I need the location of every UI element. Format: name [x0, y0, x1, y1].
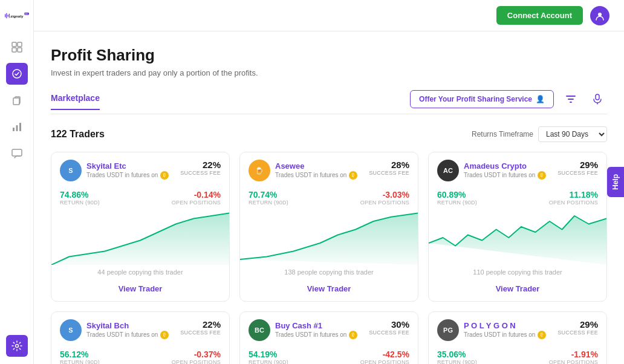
- trader-card: S Skyital Bch Trades USDT in futures on …: [51, 311, 230, 364]
- card-header: 🍺 Asewee Trades USDT in futures on ₿ 28%…: [240, 152, 418, 186]
- card-chart: [51, 210, 229, 265]
- card-chart: [429, 210, 606, 265]
- trader-avatar: AC: [437, 160, 459, 181]
- card-stats: 35.06% RETURN (90D) -1.91% OPEN POSITION…: [429, 346, 606, 364]
- svg-rect-3: [8, 13, 9, 18]
- return-label: RETURN (90D): [249, 359, 288, 364]
- sidebar-item-copy[interactable]: [6, 89, 28, 111]
- svg-rect-19: [596, 94, 599, 100]
- offer-service-button[interactable]: Offer Your Profit Sharing Service 👤: [410, 90, 554, 108]
- open-pos-label: OPEN POSITIONS: [172, 359, 221, 364]
- help-button[interactable]: Help: [607, 167, 624, 197]
- view-trader-link[interactable]: View Trader: [119, 284, 163, 293]
- trader-name: Skyital Etc: [86, 161, 169, 171]
- tab-marketplace[interactable]: Marketplace: [51, 93, 100, 110]
- trader-name-block: Asewee Trades USDT in futures on ₿: [275, 161, 357, 180]
- trader-info: PG P O L Y G O N Trades USDT in futures …: [437, 319, 546, 341]
- return-value: 56.12%: [60, 349, 100, 359]
- card-stats: 74.86% RETURN (90D) -0.14% OPEN POSITION…: [51, 186, 229, 210]
- trader-desc: Trades USDT in futures on ₿: [464, 331, 546, 339]
- view-trader-button[interactable]: View Trader: [429, 278, 606, 301]
- open-pos-stat: -42.5% OPEN POSITIONS: [360, 349, 409, 364]
- card-chart: [240, 210, 418, 265]
- return-label: RETURN (90D): [60, 359, 100, 364]
- sidebar-item-dashboard[interactable]: [6, 36, 28, 58]
- mic-icon[interactable]: [588, 89, 607, 109]
- fee-block: 22% SUCCESS FEE: [180, 319, 221, 336]
- svg-point-18: [598, 13, 602, 16]
- connect-account-button[interactable]: Connect Account: [496, 6, 583, 25]
- sidebar-item-settings[interactable]: [6, 335, 28, 357]
- trader-desc: Trades USDT in futures on ₿: [86, 171, 169, 180]
- card-header: S Skyital Bch Trades USDT in futures on …: [51, 312, 229, 346]
- svg-rect-13: [13, 128, 15, 131]
- fee-label: SUCCESS FEE: [557, 170, 598, 176]
- view-trader-link[interactable]: View Trader: [496, 284, 540, 293]
- fee-label: SUCCESS FEE: [180, 170, 221, 176]
- open-pos-stat: -0.37% OPEN POSITIONS: [172, 349, 221, 364]
- open-pos-label: OPEN POSITIONS: [549, 200, 598, 206]
- open-pos-value: 11.18%: [549, 190, 598, 200]
- card-stats: 54.19% RETURN (90D) -42.5% OPEN POSITION…: [240, 346, 418, 364]
- fee-block: 29% SUCCESS FEE: [557, 160, 598, 176]
- trader-info: S Skyital Etc Trades USDT in futures on …: [60, 160, 169, 181]
- user-menu[interactable]: [590, 6, 609, 25]
- open-pos-label: OPEN POSITIONS: [549, 359, 598, 364]
- return-stat: 35.06% RETURN (90D): [437, 349, 477, 364]
- view-trader-link[interactable]: View Trader: [307, 284, 351, 293]
- return-stat: 56.12% RETURN (90D): [60, 349, 100, 364]
- fee-label: SUCCESS FEE: [369, 330, 409, 336]
- trader-info: AC Amadeus Crypto Trades USDT in futures…: [437, 160, 546, 181]
- sidebar-item-profit[interactable]: [6, 63, 28, 85]
- timeframe-select[interactable]: Last 90 Days Last 30 Days Last 6 Months …: [538, 126, 607, 142]
- open-pos-stat: -0.14% OPEN POSITIONS: [172, 190, 221, 206]
- sidebar: zignaly beta: [0, 0, 34, 364]
- svg-rect-14: [16, 125, 18, 131]
- fee-block: 29% SUCCESS FEE: [557, 319, 598, 336]
- svg-rect-7: [12, 42, 16, 47]
- trader-name: Buy Cash #1: [275, 321, 357, 331]
- view-trader-button[interactable]: View Trader: [51, 278, 229, 301]
- trader-name-block: Skyital Etc Trades USDT in futures on ₿: [86, 161, 169, 180]
- trader-name-block: Buy Cash #1 Trades USDT in futures on ₿: [275, 321, 357, 339]
- return-label: RETURN (90D): [249, 200, 288, 206]
- trader-name: Asewee: [275, 161, 357, 171]
- copy-count: 44 people copying this trader: [51, 265, 229, 278]
- filter-icon[interactable]: [561, 89, 580, 109]
- sidebar-item-analytics[interactable]: [6, 116, 28, 138]
- svg-rect-1: [6, 13, 7, 19]
- open-pos-label: OPEN POSITIONS: [360, 200, 409, 206]
- trader-avatar: 🍺: [249, 160, 270, 181]
- exchange-icon: ₿: [160, 171, 169, 180]
- trader-avatar: BC: [249, 319, 270, 341]
- fee-label: SUCCESS FEE: [557, 330, 598, 336]
- trader-info: S Skyital Bch Trades USDT in futures on …: [60, 319, 169, 341]
- page-subtitle: Invest in expert traders and pay only a …: [51, 68, 607, 77]
- svg-rect-10: [18, 48, 22, 52]
- trader-card: AC Amadeus Crypto Trades USDT in futures…: [428, 152, 607, 302]
- return-stat: 74.86% RETURN (90D): [60, 190, 100, 206]
- exchange-icon: ₿: [160, 331, 169, 339]
- open-pos-stat: 11.18% OPEN POSITIONS: [549, 190, 598, 206]
- exchange-icon: ₿: [349, 331, 357, 339]
- return-value: 54.19%: [249, 349, 288, 359]
- card-header: AC Amadeus Crypto Trades USDT in futures…: [429, 152, 606, 186]
- open-pos-value: -0.37%: [172, 349, 221, 359]
- timeframe-label: Returns Timeframe: [472, 130, 533, 138]
- view-trader-button[interactable]: View Trader: [240, 278, 418, 301]
- exchange-icon: ₿: [538, 171, 546, 180]
- svg-rect-12: [13, 98, 19, 105]
- svg-rect-0: [5, 14, 5, 17]
- exchange-icon: ₿: [538, 331, 546, 339]
- fee-value: 22%: [180, 319, 221, 330]
- card-stats: 70.74% RETURN (90D) -3.03% OPEN POSITION…: [240, 186, 418, 210]
- fee-block: 30% SUCCESS FEE: [369, 319, 409, 336]
- return-label: RETURN (90D): [60, 200, 100, 206]
- trader-info: BC Buy Cash #1 Trades USDT in futures on…: [249, 319, 357, 341]
- sidebar-item-chat[interactable]: [6, 143, 28, 164]
- timeframe-control: Returns Timeframe Last 90 Days Last 30 D…: [472, 126, 607, 142]
- fee-value: 28%: [369, 160, 409, 170]
- topnav: Connect Account: [34, 0, 624, 31]
- card-stats: 56.12% RETURN (90D) -0.37% OPEN POSITION…: [51, 346, 229, 364]
- svg-point-11: [13, 70, 21, 78]
